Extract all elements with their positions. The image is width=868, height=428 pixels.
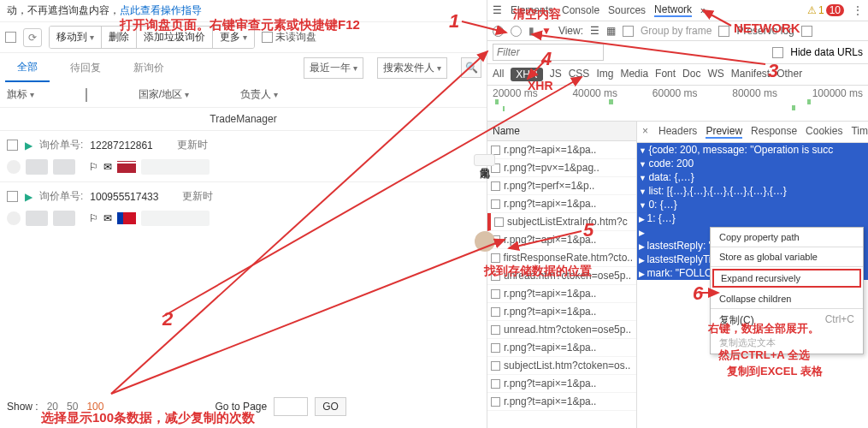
trademanager-label: TradeManager [0,108,487,130]
network-request-row[interactable]: r.png?t=api×=1&pa.. [487,303,636,321]
ctx-copy-path[interactable]: Copy property path [711,228,863,247]
search-sender[interactable]: 搜索发件人 [377,57,447,79]
goto-label: Go to Page [215,401,267,413]
type-doc[interactable]: Doc [682,68,700,81]
group-label: Group by frame [641,25,712,37]
refresh-button[interactable]: ⟳ [23,28,42,47]
preserve-label: Preserve log [736,25,794,37]
owner-filter[interactable]: 负责人 [240,87,278,102]
type-css[interactable]: CSS [569,68,590,81]
network-request-row[interactable]: subjectList.htm?ctoken=os.. [487,357,636,375]
preview-tab-timing[interactable]: Timing [851,125,868,139]
tabs-overflow-icon[interactable]: » [700,4,706,16]
ctx-copy[interactable]: 复制(C)Ctrl+C [711,309,863,332]
type-ws[interactable]: WS [707,68,723,81]
filter-icon[interactable]: ▼ [541,25,552,37]
preview-tab-preview[interactable]: Preview [706,125,742,139]
go-button[interactable]: GO [315,397,346,416]
error-count: 10 [826,4,844,16]
page-size-50[interactable]: 50 [67,401,78,413]
row-checkbox[interactable] [7,191,18,202]
delete-button[interactable]: 删除 [102,27,137,48]
type-js[interactable]: JS [550,68,562,81]
tab-newprice[interactable]: 新询价 [121,55,176,81]
tab-console[interactable]: Console [562,4,599,16]
spam-button[interactable]: 添加垃圾询价 [137,27,213,48]
network-request-row[interactable]: unread.htm?ctoken=ose5p.. [487,267,636,285]
type-font[interactable]: Font [655,68,676,81]
avatar[interactable] [475,231,495,252]
network-request-row[interactable]: r.png?t=perf×=1&p.. [487,177,636,195]
update-time: 更新时 [182,189,213,204]
devtools-menu-icon[interactable]: ☰ [493,4,502,16]
unread-label: 未读询盘 [275,30,316,45]
devtools-settings-icon[interactable]: ⋮ [853,4,863,16]
close-preview-icon[interactable]: × [642,125,648,139]
tab-network[interactable]: Network [654,3,692,17]
name-column-header[interactable]: Name [487,122,636,141]
update-time: 更新时 [177,138,208,152]
network-request-row[interactable]: r.png?t=api×=1&pa.. [487,375,636,393]
unread-checkbox[interactable] [262,32,273,43]
type-xhr[interactable]: XHR [511,68,542,81]
inquiry-id: 12287212861 [90,140,152,152]
search-button[interactable]: 🔍 [461,57,481,78]
tab-reply[interactable]: 待回复 [58,55,113,81]
move-to-button[interactable]: 移动到 [50,27,102,48]
flag-filter[interactable]: 旗标 [7,87,34,102]
network-request-row[interactable]: r.png?t=api×=1&pa.. [487,195,636,213]
preview-tab-cookies[interactable]: Cookies [806,125,842,139]
network-request-row[interactable]: r.png?t=api×=1&pa.. [487,231,636,249]
type-img[interactable]: Img [596,68,613,81]
page-size-100[interactable]: 100 [86,401,103,413]
ctx-copy-selected: 复制选定文本 [711,332,863,354]
extra-checkbox[interactable] [801,26,812,37]
timeline[interactable]: 20000 ms 40000 ms 60000 ms 80000 ms 1000… [487,86,868,122]
view-list-icon[interactable]: ☰ [590,25,599,37]
row-checkbox[interactable] [7,140,18,151]
guide-link[interactable]: 点此查看操作指导 [120,4,202,16]
more-button[interactable]: 更多 [213,27,254,48]
network-request-row[interactable]: r.png?t=api×=1&pa.. [487,339,636,357]
type-manifest[interactable]: Manifest [731,68,770,81]
goto-input[interactable] [274,397,308,416]
inquiry-row[interactable]: ▶ 询价单号: 100955517433 更新时 ⚐✉ [0,181,487,233]
group-checkbox[interactable] [623,26,634,37]
flag-icon [117,161,136,173]
filter-checkbox[interactable] [86,88,87,102]
inquiry-row[interactable]: ▶ 询价单号: 12287212861 更新时 ⚐✉ [0,130,487,181]
network-request-row[interactable]: r.png?t=pv×=1&pag.. [487,159,636,177]
ctx-collapse[interactable]: Collapse children [711,289,863,308]
country-filter[interactable]: 国家/地区 [139,87,189,102]
select-all-checkbox[interactable] [5,32,16,43]
view-frame-icon[interactable]: ▦ [606,25,616,37]
recent-select[interactable]: 最近一年 [304,57,363,79]
network-request-row[interactable]: subjectListExtraInfo.htm?c [487,213,636,231]
hide-data-urls-checkbox[interactable] [772,47,783,58]
tab-all[interactable]: 全部 [5,54,50,82]
network-request-row[interactable]: r.png?t=api×=1&pa.. [487,141,636,159]
network-request-row[interactable]: firstResponseRate.htm?cto.. [487,249,636,267]
filter-input[interactable] [493,44,604,61]
top-note: 动，不再遮挡询盘内容，点此查看操作指导 [0,0,487,21]
inquiry-id: 100955517433 [90,191,158,203]
type-all[interactable]: All [493,68,504,81]
page-size-20[interactable]: 20 [47,401,58,413]
faq-sidebar-tab[interactable]: 常见问题 [474,154,495,166]
preview-tab-headers[interactable]: Headers [658,125,697,139]
preview-tab-response[interactable]: Response [751,125,797,139]
ctx-store-var[interactable]: Store as global variable [711,247,863,266]
network-request-row[interactable]: unread.htm?ctoken=ose5p.. [487,321,636,339]
preserve-checkbox[interactable] [718,26,729,37]
network-request-row[interactable]: r.png?t=api×=1&pa.. [487,393,636,411]
record-button[interactable] [493,26,504,37]
context-menu: Copy property path Store as global varia… [710,227,864,354]
ctx-expand-recursively[interactable]: Expand recursively [712,269,861,288]
network-request-row[interactable]: r.png?t=api×=1&pa.. [487,285,636,303]
type-media[interactable]: Media [620,68,648,81]
clear-button[interactable] [511,26,522,37]
hide-data-urls-label: Hide data URLs [790,46,863,58]
tab-elements[interactable]: Elements [511,4,553,16]
tab-sources[interactable]: Sources [608,4,646,16]
type-other[interactable]: Other [776,68,802,81]
